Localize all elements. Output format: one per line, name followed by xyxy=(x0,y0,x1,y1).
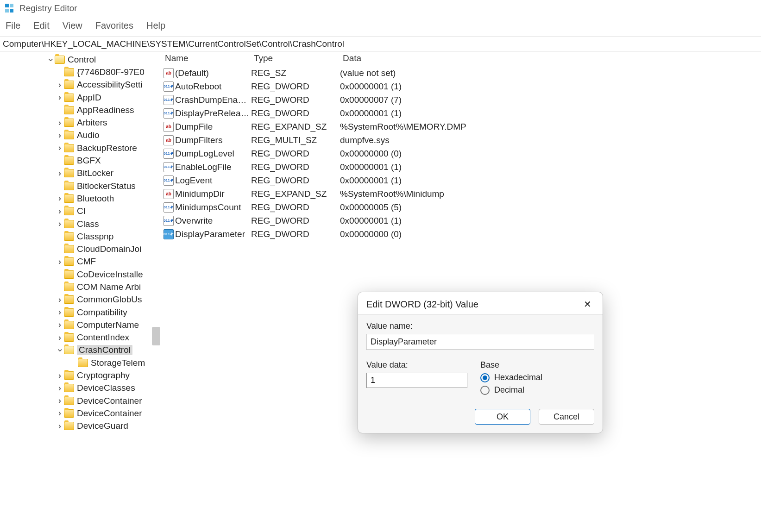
chevron-right-icon[interactable]: › xyxy=(56,320,64,330)
tree-node[interactable]: ›CommonGlobUs xyxy=(0,294,160,306)
chevron-right-icon[interactable]: › xyxy=(56,194,64,203)
tree-node[interactable]: COM Name Arbi xyxy=(0,281,160,293)
column-type[interactable]: Type xyxy=(254,53,343,63)
value-type: REG_DWORD xyxy=(251,95,340,105)
chevron-right-icon[interactable]: › xyxy=(56,257,64,267)
radio-hexadecimal[interactable]: Hexadecimal xyxy=(480,373,542,382)
scrollbar-thumb[interactable] xyxy=(152,327,160,345)
tree-node[interactable]: ›AppID xyxy=(0,91,160,104)
column-name[interactable]: Name xyxy=(165,53,254,63)
value-name: AutoReboot xyxy=(175,81,251,92)
tree-node[interactable]: ›Arbiters xyxy=(0,116,160,129)
tree-node[interactable]: AppReadiness xyxy=(0,104,160,116)
value-type: REG_DWORD xyxy=(251,229,340,239)
chevron-down-icon[interactable]: ⌄ xyxy=(46,52,55,63)
chevron-right-icon[interactable]: › xyxy=(56,219,64,229)
tree-pane[interactable]: ⌄Control{7746D80F-97E0›AccessibilitySett… xyxy=(0,51,160,531)
chevron-right-icon[interactable]: › xyxy=(56,118,64,128)
value-row[interactable]: LogEventREG_DWORD0x00000001 (1) xyxy=(160,174,761,187)
chevron-right-icon[interactable]: › xyxy=(56,307,64,317)
tree-node[interactable]: BitlockerStatus xyxy=(0,180,160,192)
tree-node[interactable]: BGFX xyxy=(0,154,160,167)
chevron-right-icon[interactable]: › xyxy=(56,421,64,431)
tree-node[interactable]: ›BitLocker xyxy=(0,167,160,180)
value-row[interactable]: OverwriteREG_DWORD0x00000001 (1) xyxy=(160,214,761,227)
reg-string-icon xyxy=(164,122,174,132)
tree-node[interactable]: ›DeviceContainer xyxy=(0,407,160,419)
chevron-right-icon[interactable]: › xyxy=(56,131,64,140)
folder-icon xyxy=(78,359,88,367)
value-row[interactable]: AutoRebootREG_DWORD0x00000001 (1) xyxy=(160,80,761,93)
values-header: Name Type Data xyxy=(160,51,761,66)
tree-node[interactable]: ›Audio xyxy=(0,129,160,142)
tree-node[interactable]: ›Cryptography xyxy=(0,369,160,382)
chevron-right-icon[interactable]: › xyxy=(56,383,64,393)
close-icon[interactable]: ✕ xyxy=(580,299,594,310)
chevron-right-icon[interactable]: › xyxy=(56,408,64,418)
value-data: 0x00000001 (1) xyxy=(340,162,402,172)
radio-decimal[interactable]: Decimal xyxy=(480,385,542,395)
tree-node[interactable]: CloudDomainJoi xyxy=(0,243,160,255)
chevron-right-icon[interactable]: › xyxy=(56,143,64,153)
chevron-right-icon[interactable]: › xyxy=(56,93,64,102)
value-row[interactable]: DisplayPreReleas...REG_DWORD0x00000001 (… xyxy=(160,106,761,120)
tree-node[interactable]: ›Bluetooth xyxy=(0,192,160,205)
chevron-down-icon[interactable]: ⌄ xyxy=(56,343,64,354)
value-row[interactable]: MinidumpsCountREG_DWORD0x00000005 (5) xyxy=(160,200,761,214)
tree-node[interactable]: ⌄Control xyxy=(0,53,160,66)
tree-node[interactable]: ⌄CrashControl xyxy=(0,344,160,357)
value-row[interactable]: (Default)REG_SZ(value not set) xyxy=(160,66,761,80)
tree-node[interactable]: ›DeviceGuard xyxy=(0,420,160,432)
chevron-right-icon[interactable]: › xyxy=(56,371,64,381)
tree-node[interactable]: CoDeviceInstalle xyxy=(0,268,160,281)
tree-node[interactable]: {7746D80F-97E0 xyxy=(0,66,160,78)
column-data[interactable]: Data xyxy=(343,53,361,63)
chevron-right-icon[interactable]: › xyxy=(56,169,64,178)
folder-icon xyxy=(64,333,74,342)
value-name-field[interactable]: DisplayParameter xyxy=(366,334,594,350)
tree-node-label: CI xyxy=(77,206,86,216)
tree-node[interactable]: ›BackupRestore xyxy=(0,142,160,154)
folder-icon xyxy=(64,295,74,304)
tree-node[interactable]: Classpnp xyxy=(0,230,160,243)
menu-view[interactable]: View xyxy=(63,20,82,31)
menu-edit[interactable]: Edit xyxy=(33,20,49,31)
chevron-right-icon[interactable]: › xyxy=(56,333,64,343)
value-row[interactable]: DumpLogLevelREG_DWORD0x00000000 (0) xyxy=(160,147,761,160)
value-row[interactable]: EnableLogFileREG_DWORD0x00000001 (1) xyxy=(160,160,761,174)
tree-node[interactable]: ›Class xyxy=(0,218,160,230)
chevron-right-icon[interactable]: › xyxy=(56,295,64,305)
folder-icon xyxy=(64,106,74,114)
menu-file[interactable]: File xyxy=(6,20,20,31)
tree-node[interactable]: ›AccessibilitySetti xyxy=(0,79,160,91)
tree-node[interactable]: ›DeviceContainer xyxy=(0,394,160,407)
value-row[interactable]: DumpFiltersREG_MULTI_SZdumpfve.sys xyxy=(160,133,761,147)
tree-node[interactable]: ›ComputerName xyxy=(0,319,160,331)
tree-node[interactable]: ›CMF xyxy=(0,256,160,268)
ok-button[interactable]: OK xyxy=(475,409,530,425)
tree-node[interactable]: ›CI xyxy=(0,205,160,218)
value-name: MinidumpDir xyxy=(175,189,251,199)
tree-node[interactable]: StorageTelem xyxy=(0,357,160,369)
tree-node[interactable]: ›ContentIndex xyxy=(0,332,160,344)
value-row[interactable]: CrashDumpEnabl...REG_DWORD0x00000007 (7) xyxy=(160,93,761,106)
value-data-input[interactable] xyxy=(366,373,467,388)
value-name-label: Value name: xyxy=(366,321,594,331)
value-type: REG_DWORD xyxy=(251,81,340,92)
value-row[interactable]: DumpFileREG_EXPAND_SZ%SystemRoot%\MEMORY… xyxy=(160,120,761,133)
chevron-right-icon[interactable]: › xyxy=(56,207,64,216)
tree-node[interactable]: ›Compatibility xyxy=(0,306,160,319)
main-split: ⌄Control{7746D80F-97E0›AccessibilitySett… xyxy=(0,51,761,531)
address-bar[interactable]: Computer\HKEY_LOCAL_MACHINE\SYSTEM\Curre… xyxy=(0,37,761,51)
value-row[interactable]: MinidumpDirREG_EXPAND_SZ%SystemRoot%\Min… xyxy=(160,187,761,200)
tree-node[interactable]: ›DeviceClasses xyxy=(0,382,160,394)
menu-favorites[interactable]: Favorites xyxy=(95,20,133,31)
tree-node-label: ComputerName xyxy=(77,320,139,330)
cancel-button[interactable]: Cancel xyxy=(539,409,594,425)
menu-help[interactable]: Help xyxy=(146,20,165,31)
value-row[interactable]: DisplayParameterREG_DWORD0x00000000 (0) xyxy=(160,227,761,241)
chevron-right-icon[interactable]: › xyxy=(56,396,64,406)
chevron-right-icon[interactable]: › xyxy=(56,80,64,90)
value-data: dumpfve.sys xyxy=(340,135,390,145)
value-data-label: Value data: xyxy=(366,360,467,370)
